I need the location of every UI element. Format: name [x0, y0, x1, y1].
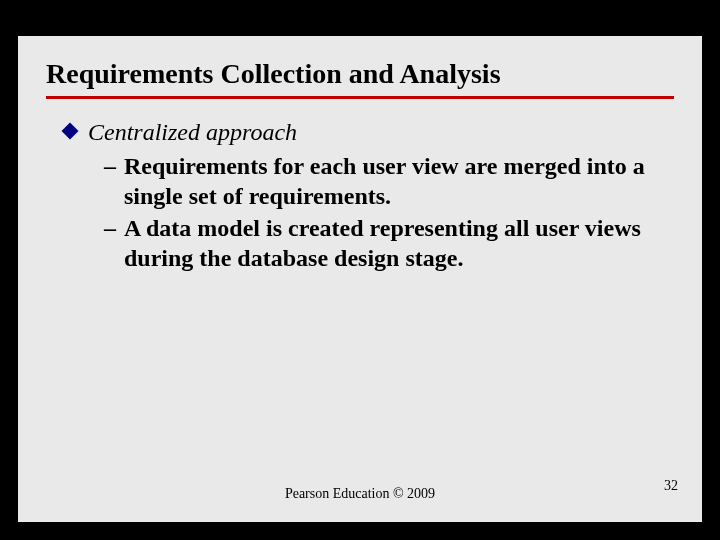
slide-title: Requirements Collection and Analysis [46, 58, 674, 99]
slide: Requirements Collection and Analysis Cen… [18, 36, 702, 522]
page-number: 32 [664, 478, 678, 494]
bullet-level2: – A data model is created representing a… [104, 213, 674, 273]
dash-bullet-icon: – [104, 213, 116, 243]
bullet-level1: Centralized approach [64, 117, 674, 147]
diamond-bullet-icon [62, 123, 79, 140]
sub-bullet-text: A data model is created representing all… [124, 213, 674, 273]
footer-copyright: Pearson Education © 2009 [18, 486, 702, 502]
dash-bullet-icon: – [104, 151, 116, 181]
sub-bullet-text: Requirements for each user view are merg… [124, 151, 674, 211]
bullet-text: Centralized approach [88, 117, 297, 147]
bullet-level2: – Requirements for each user view are me… [104, 151, 674, 211]
